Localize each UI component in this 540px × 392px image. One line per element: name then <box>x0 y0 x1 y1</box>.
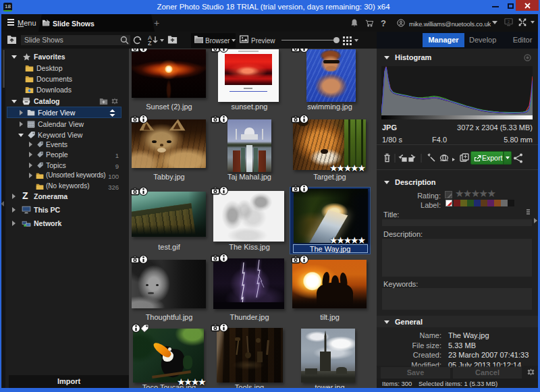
svg-text:2: 2 <box>508 20 510 24</box>
svg-text:Z: Z <box>148 40 152 45</box>
